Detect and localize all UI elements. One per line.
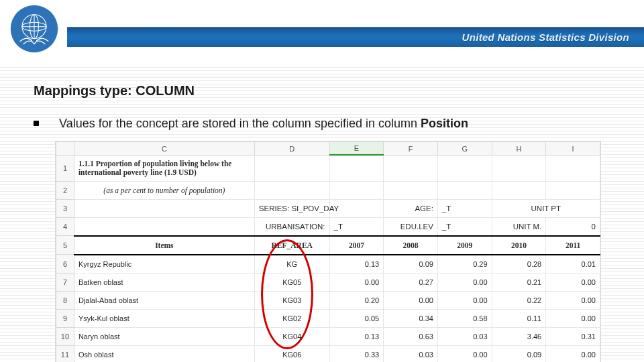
table-row: 2 (as a per cent to number of population…	[56, 181, 600, 199]
hdr-2007: 2007	[329, 236, 384, 255]
val: 0.00	[384, 291, 438, 309]
colhdr-c: C	[74, 142, 254, 156]
column-header-row: C D E F G H I	[56, 142, 600, 156]
rowhdr: 7	[56, 273, 74, 291]
banner-stripe: United Nations Statistics Division	[67, 27, 644, 47]
ref-area: KG05	[254, 273, 329, 291]
table-row: 11 Osh oblast KG06 0.33 0.03 0.00 0.09 0…	[56, 345, 600, 362]
val: 0.00	[437, 273, 492, 291]
val: 0.20	[329, 291, 384, 309]
val: 0.21	[492, 273, 546, 291]
val: 0.00	[437, 291, 492, 309]
meta-age-label: AGE:	[384, 199, 438, 217]
indicator-subtitle: (as a per cent to number of population)	[74, 181, 254, 199]
colhdr-i: I	[546, 142, 600, 156]
val: 0.31	[546, 327, 600, 345]
rowhdr: 6	[56, 255, 74, 274]
table-row: 6 Kyrgyz Republic KG 0.13 0.09 0.29 0.28…	[56, 255, 600, 274]
hdr-2009: 2009	[437, 236, 492, 255]
item-name: Ysyk-Kul oblast	[74, 309, 254, 327]
meta-urbanisation-label: URBANISATION:	[254, 217, 329, 236]
slide-bullet: Values for the concept are stored in the…	[34, 116, 610, 131]
val: 0.01	[546, 255, 600, 274]
ref-area: KG06	[254, 345, 329, 362]
val: 0.09	[384, 255, 438, 274]
meta-series: SERIES: SI_POV_DAY	[254, 199, 329, 217]
colhdr-d: D	[254, 142, 329, 156]
org-title: United Nations Statistics Division	[462, 32, 629, 43]
spreadsheet: C D E F G H I 1 1.1.1 Proportion of popu…	[55, 141, 601, 362]
val: 0.00	[546, 273, 600, 291]
val: 0.27	[384, 273, 438, 291]
val: 0.00	[546, 291, 600, 309]
ref-area: KG04	[254, 327, 329, 345]
item-name: Kyrgyz Republic	[74, 255, 254, 274]
val: 0.00	[546, 309, 600, 327]
ref-area: KG03	[254, 291, 329, 309]
val: 0.03	[437, 327, 492, 345]
indicator-title: 1.1.1 Proportion of population living be…	[74, 155, 254, 181]
rowhdr: 2	[56, 181, 74, 199]
table-row: 8 Djalal-Abad oblast KG03 0.20 0.00 0.00…	[56, 291, 600, 309]
table-row: 1 1.1.1 Proportion of population living …	[56, 155, 600, 181]
hdr-2008: 2008	[384, 236, 438, 255]
colhdr-f: F	[384, 142, 438, 156]
rowhdr: 8	[56, 291, 74, 309]
item-name: Osh oblast	[74, 345, 254, 362]
val: 0.58	[437, 309, 492, 327]
item-name: Djalal-Abad oblast	[74, 291, 254, 309]
meta-age-value: _T	[437, 199, 492, 217]
meta-unitm-value: 0	[546, 217, 600, 236]
val: 0.09	[492, 345, 546, 362]
rowhdr: 1	[56, 155, 74, 181]
val: 0.00	[329, 273, 384, 291]
val: 0.03	[384, 345, 438, 362]
val: 3.46	[492, 327, 546, 345]
hdr-2010: 2010	[492, 236, 546, 255]
val: 0.22	[492, 291, 546, 309]
val: 0.00	[546, 345, 600, 362]
val: 0.11	[492, 309, 546, 327]
table-row: 7 Batken oblast KG05 0.00 0.27 0.00 0.21…	[56, 273, 600, 291]
ref-area: KG	[254, 255, 329, 274]
meta-urbanisation-value: _T	[329, 217, 384, 236]
rowhdr: 5	[56, 236, 74, 255]
hdr-items: Items	[74, 236, 254, 255]
ref-area: KG02	[254, 309, 329, 327]
colhdr-g: G	[437, 142, 492, 156]
bullet-text: Values for the concept are stored in the…	[59, 116, 468, 131]
item-name: Naryn oblast	[74, 327, 254, 345]
val: 0.29	[437, 255, 492, 274]
slide-title: Mappings type: COLUMN	[34, 83, 610, 99]
item-name: Batken oblast	[74, 273, 254, 291]
val: 0.28	[492, 255, 546, 274]
colhdr-h: H	[492, 142, 546, 156]
hdr-2011: 2011	[546, 236, 600, 255]
un-logo	[7, 1, 62, 56]
slide-body: Mappings type: COLUMN Values for the con…	[0, 64, 644, 362]
meta-unit-pt: UNIT PT	[492, 199, 600, 217]
corner-cell	[56, 142, 74, 156]
val: 0.13	[329, 327, 384, 345]
rowhdr: 10	[56, 327, 74, 345]
meta-edulev-label: EDU.LEV	[384, 217, 438, 236]
val: 0.00	[437, 345, 492, 362]
val: 0.05	[329, 309, 384, 327]
bullet-icon	[34, 121, 39, 126]
table-row: 9 Ysyk-Kul oblast KG02 0.05 0.34 0.58 0.…	[56, 309, 600, 327]
val: 0.13	[329, 255, 384, 274]
table-header-row: 5 Items REF_AREA 2007 2008 2009 2010 201…	[56, 236, 600, 255]
table-row: 3 SERIES: SI_POV_DAY AGE: _T UNIT PT	[56, 199, 600, 217]
slide-header: United Nations Statistics Division	[0, 0, 644, 59]
val: 0.63	[384, 327, 438, 345]
val: 0.33	[329, 345, 384, 362]
rowhdr: 9	[56, 309, 74, 327]
bullet-text-bold: Position	[421, 117, 468, 130]
hdr-refarea: REF_AREA	[254, 236, 329, 255]
meta-unitm-label: UNIT M.	[492, 217, 546, 236]
rowhdr: 11	[56, 345, 74, 362]
table-row: 10 Naryn oblast KG04 0.13 0.63 0.03 3.46…	[56, 327, 600, 345]
table-row: 4 URBANISATION: _T EDU.LEV _T UNIT M. 0	[56, 217, 600, 236]
rowhdr: 3	[56, 199, 74, 217]
colhdr-e: E	[329, 142, 384, 156]
